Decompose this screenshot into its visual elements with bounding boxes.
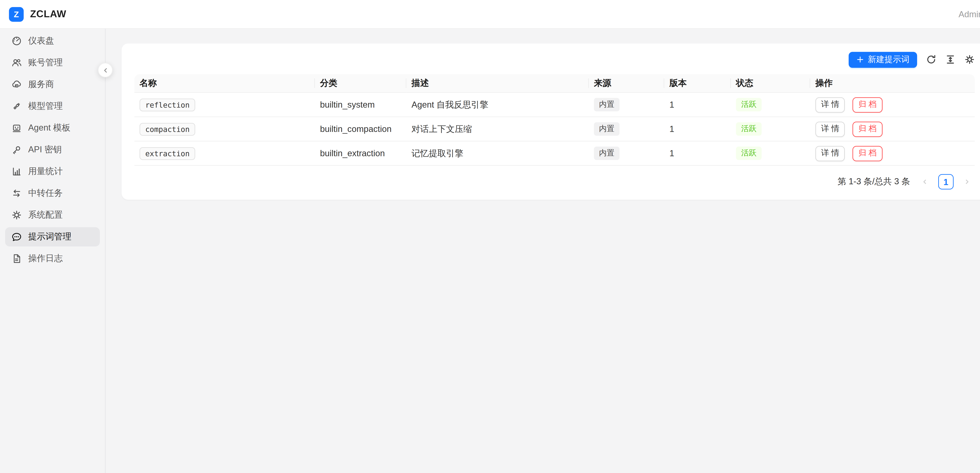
sidebar-item-label: 仪表盘 [28, 35, 54, 47]
column-header-category: 分类 [315, 74, 407, 92]
archive-button[interactable]: 归 档 [853, 146, 882, 161]
table-row: reflection builtin_system Agent 自我反思引擎 内… [134, 92, 975, 117]
chevron-right-icon [963, 178, 971, 186]
status-badge: 活跃 [736, 147, 762, 160]
page-1-button[interactable]: 1 [938, 174, 953, 190]
column-header-name: 名称 [134, 74, 315, 92]
prompt-name-tag: compaction [140, 123, 196, 135]
prompt-version: 1 [664, 141, 731, 166]
app-root: Z ZCLAW Admin 仪表盘 账号管理 [0, 0, 980, 473]
robot-icon [11, 123, 22, 133]
table-row: compaction builtin_compaction 对话上下文压缩 内置… [134, 117, 975, 141]
sidebar-item-label: 服务商 [28, 79, 54, 90]
sidebar-item-label: API 密钥 [28, 144, 62, 156]
sidebar-item-dashboard[interactable]: 仪表盘 [5, 31, 100, 51]
sidebar-item-relay-tasks[interactable]: 中转任务 [5, 184, 100, 203]
new-prompt-button[interactable]: 新建提示词 [849, 51, 917, 68]
table-toolbar: 新建提示词 [134, 51, 975, 68]
sidebar-item-api-keys[interactable]: API 密钥 [5, 140, 100, 159]
new-prompt-button-label: 新建提示词 [868, 54, 910, 65]
prompt-version: 1 [664, 92, 731, 117]
column-header-description: 描述 [406, 74, 589, 92]
sidebar-item-usage-stats[interactable]: 用量统计 [5, 162, 100, 181]
user-menu[interactable]: Admin [959, 9, 980, 19]
plus-icon [856, 56, 864, 63]
dashboard-icon [11, 36, 22, 46]
app-logo: Z [9, 7, 24, 21]
bar-chart-icon [11, 166, 22, 177]
prompt-category: builtin_system [315, 92, 407, 117]
status-badge: 活跃 [736, 122, 762, 136]
prompt-category: builtin_compaction [315, 117, 407, 141]
swap-icon [11, 188, 22, 198]
status-badge: 活跃 [736, 98, 762, 111]
sidebar-item-prompt-management[interactable]: 提示词管理 [5, 227, 100, 247]
key-icon [11, 145, 22, 155]
detail-button[interactable]: 详 情 [815, 146, 845, 161]
prompt-name-tag: extraction [140, 147, 196, 159]
sidebar-item-providers[interactable]: 服务商 [5, 75, 100, 94]
prompt-category: builtin_extraction [315, 141, 407, 166]
column-header-actions: 操作 [810, 74, 975, 92]
brand: Z ZCLAW [9, 7, 67, 21]
table-row: extraction builtin_extraction 记忆提取引擎 内置 … [134, 141, 975, 166]
prompt-description: 对话上下文压缩 [406, 117, 589, 141]
sidebar-item-label: 中转任务 [28, 188, 63, 199]
sidebar-item-label: 模型管理 [28, 100, 63, 112]
team-icon [11, 57, 22, 68]
chevron-left-icon [921, 178, 929, 186]
chevron-left-icon [102, 67, 108, 73]
pagination-total: 第 1-3 条/总共 3 条 [837, 176, 910, 188]
column-header-version: 版本 [664, 74, 731, 92]
column-header-source: 来源 [589, 74, 664, 92]
source-tag: 内置 [594, 98, 620, 111]
table-header-row: 名称 分类 描述 来源 版本 状态 操作 [134, 74, 975, 92]
sidebar-item-label: 系统配置 [28, 209, 63, 221]
archive-button[interactable]: 归 档 [853, 121, 882, 137]
sidebar-item-accounts[interactable]: 账号管理 [5, 53, 100, 72]
prompt-description: 记忆提取引擎 [406, 141, 589, 166]
sidebar-item-models[interactable]: 模型管理 [5, 97, 100, 116]
content-card: 新建提示词 [121, 43, 980, 200]
source-tag: 内置 [594, 122, 620, 136]
sidebar-item-label: 账号管理 [28, 57, 63, 68]
sidebar-item-label: 用量统计 [28, 166, 63, 177]
sidebar-collapse-button[interactable] [98, 63, 113, 77]
sidebar-item-label: 提示词管理 [28, 231, 72, 243]
sidebar-item-label: 操作日志 [28, 253, 63, 264]
prompt-name-tag: reflection [140, 98, 196, 111]
detail-button[interactable]: 详 情 [815, 121, 845, 137]
prompts-table: 名称 分类 描述 来源 版本 状态 操作 reflection builtin_ [134, 74, 975, 166]
prompt-description: Agent 自我反思引擎 [406, 92, 589, 117]
sidebar-item-agent-templates[interactable]: Agent 模板 [5, 118, 100, 138]
refresh-icon[interactable] [926, 54, 937, 65]
sidebar-item-operation-logs[interactable]: 操作日志 [5, 249, 100, 268]
cloud-server-icon [11, 80, 22, 89]
top-header: Z ZCLAW Admin [0, 0, 980, 29]
row-height-icon[interactable] [945, 54, 956, 65]
brand-name: ZCLAW [30, 8, 66, 20]
message-icon [11, 232, 22, 242]
next-page-button[interactable] [959, 174, 975, 190]
sidebar: 仪表盘 账号管理 服务商 模型管理 [0, 29, 106, 473]
detail-button[interactable]: 详 情 [815, 97, 845, 112]
column-header-status: 状态 [731, 74, 810, 92]
sidebar-item-system-config[interactable]: 系统配置 [5, 205, 100, 225]
source-tag: 内置 [594, 147, 620, 160]
main-content: 新建提示词 [106, 29, 980, 473]
pagination: 第 1-3 条/总共 3 条 1 [134, 174, 975, 190]
prev-page-button[interactable] [917, 174, 932, 190]
api-plug-icon [11, 101, 22, 111]
gear-icon [11, 210, 22, 220]
file-text-icon [11, 253, 22, 264]
sidebar-item-label: Agent 模板 [28, 122, 70, 134]
table-settings-icon[interactable] [964, 54, 975, 65]
archive-button[interactable]: 归 档 [853, 97, 882, 112]
prompt-version: 1 [664, 117, 731, 141]
